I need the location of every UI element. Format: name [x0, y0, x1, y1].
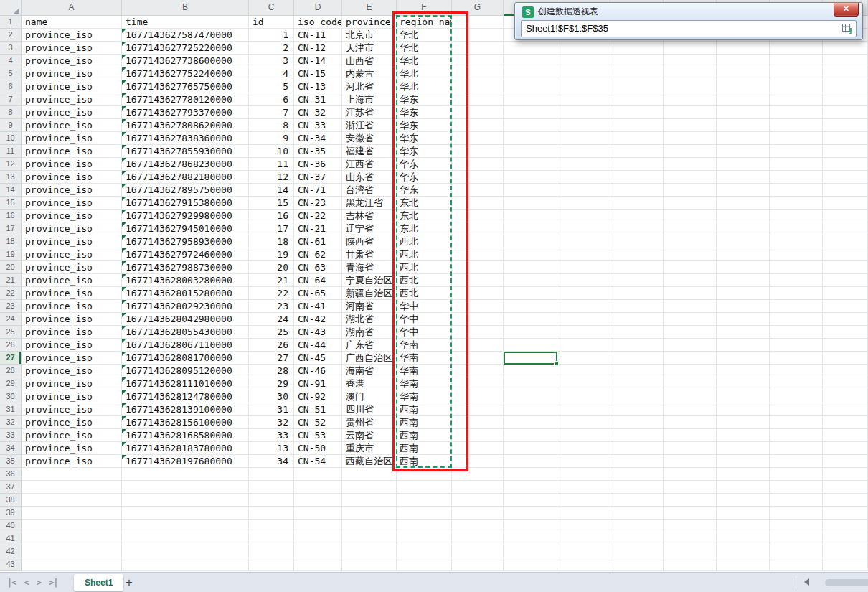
- empty-cell[interactable]: [452, 468, 504, 481]
- empty-cell[interactable]: [717, 261, 770, 274]
- cell[interactable]: 1677143628124780000: [122, 390, 249, 403]
- cell[interactable]: CN-14: [294, 55, 342, 67]
- empty-cell[interactable]: [504, 261, 557, 274]
- empty-cell[interactable]: [557, 326, 610, 339]
- empty-cell[interactable]: [823, 235, 868, 248]
- cell[interactable]: CN-35: [294, 145, 342, 158]
- column-header-F[interactable]: F: [397, 0, 452, 16]
- empty-cell[interactable]: [823, 507, 868, 520]
- empty-cell[interactable]: [610, 313, 664, 326]
- cell[interactable]: CN-41: [294, 300, 342, 313]
- empty-cell[interactable]: [717, 520, 770, 532]
- empty-cell[interactable]: [717, 93, 770, 106]
- empty-cell[interactable]: [294, 507, 342, 520]
- empty-cell[interactable]: [452, 520, 504, 532]
- cell[interactable]: 西南: [397, 455, 452, 468]
- empty-cell[interactable]: [557, 416, 610, 429]
- cell[interactable]: 1677143627868230000: [122, 158, 249, 171]
- empty-cell[interactable]: [717, 184, 770, 197]
- empty-cell[interactable]: [664, 365, 717, 377]
- empty-cell[interactable]: [664, 210, 717, 222]
- empty-cell[interactable]: [717, 390, 770, 403]
- empty-cell[interactable]: [504, 67, 557, 80]
- empty-cell[interactable]: [610, 365, 664, 377]
- empty-cell[interactable]: [823, 42, 868, 55]
- empty-cell[interactable]: [717, 42, 770, 55]
- empty-cell[interactable]: [770, 184, 823, 197]
- cell[interactable]: 华南: [397, 377, 452, 390]
- empty-cell[interactable]: [557, 80, 610, 93]
- cell[interactable]: CN-65: [294, 287, 342, 300]
- empty-cell[interactable]: [717, 222, 770, 235]
- active-cell-outline[interactable]: [504, 352, 557, 365]
- empty-cell[interactable]: [557, 532, 610, 545]
- empty-cell[interactable]: [664, 235, 717, 248]
- empty-cell[interactable]: [557, 313, 610, 326]
- cell[interactable]: 1677143628111010000: [122, 377, 249, 390]
- empty-cell[interactable]: [452, 455, 504, 468]
- cell[interactable]: 山东省: [342, 171, 397, 184]
- empty-cell[interactable]: [717, 235, 770, 248]
- empty-cell[interactable]: [717, 455, 770, 468]
- cell[interactable]: 山西省: [342, 55, 397, 67]
- empty-cell[interactable]: [770, 532, 823, 545]
- cell[interactable]: 1: [249, 29, 294, 42]
- empty-cell[interactable]: [249, 520, 294, 532]
- cell[interactable]: 青海省: [342, 261, 397, 274]
- empty-cell[interactable]: [504, 80, 557, 93]
- empty-cell[interactable]: [452, 365, 504, 377]
- empty-cell[interactable]: [664, 287, 717, 300]
- cell[interactable]: province_iso: [22, 442, 122, 455]
- cell[interactable]: 海南省: [342, 365, 397, 377]
- cell[interactable]: 华北: [397, 55, 452, 67]
- empty-cell[interactable]: [557, 171, 610, 184]
- cell[interactable]: 14: [249, 184, 294, 197]
- empty-cell[interactable]: [22, 494, 122, 507]
- cell[interactable]: 北京市: [342, 29, 397, 42]
- empty-cell[interactable]: [504, 313, 557, 326]
- empty-cell[interactable]: [717, 339, 770, 352]
- empty-cell[interactable]: [504, 416, 557, 429]
- empty-cell[interactable]: [610, 171, 664, 184]
- empty-cell[interactable]: [249, 507, 294, 520]
- empty-cell[interactable]: [504, 365, 557, 377]
- empty-cell[interactable]: [122, 532, 249, 545]
- column-header-G[interactable]: G: [452, 0, 504, 16]
- empty-cell[interactable]: [294, 520, 342, 532]
- dialog-titlebar[interactable]: S 创建数据透视表: [522, 6, 598, 18]
- empty-cell[interactable]: [452, 352, 504, 365]
- cell[interactable]: province_iso: [22, 365, 122, 377]
- cell[interactable]: 1677143627587470000: [122, 29, 249, 42]
- empty-cell[interactable]: [823, 313, 868, 326]
- cell[interactable]: 1677143627972460000: [122, 248, 249, 261]
- empty-cell[interactable]: [717, 416, 770, 429]
- cell[interactable]: id: [249, 16, 294, 29]
- empty-cell[interactable]: [452, 442, 504, 455]
- empty-cell[interactable]: [452, 184, 504, 197]
- empty-cell[interactable]: [717, 365, 770, 377]
- cell[interactable]: CN-22: [294, 210, 342, 222]
- empty-cell[interactable]: [770, 377, 823, 390]
- empty-cell[interactable]: [717, 507, 770, 520]
- empty-cell[interactable]: [504, 119, 557, 132]
- cell[interactable]: 19: [249, 248, 294, 261]
- cell[interactable]: CN-11: [294, 29, 342, 42]
- empty-cell[interactable]: [452, 390, 504, 403]
- cell[interactable]: CN-43: [294, 326, 342, 339]
- empty-cell[interactable]: [717, 171, 770, 184]
- empty-cell[interactable]: [397, 481, 452, 494]
- empty-cell[interactable]: [664, 222, 717, 235]
- empty-cell[interactable]: [717, 326, 770, 339]
- row-header-42[interactable]: 42: [0, 545, 22, 558]
- empty-cell[interactable]: [770, 352, 823, 365]
- cell[interactable]: province_iso: [22, 93, 122, 106]
- empty-cell[interactable]: [610, 235, 664, 248]
- empty-cell[interactable]: [504, 558, 557, 571]
- empty-cell[interactable]: [610, 507, 664, 520]
- empty-cell[interactable]: [610, 132, 664, 145]
- cell[interactable]: 东北: [397, 210, 452, 222]
- row-header-14[interactable]: 14: [0, 184, 22, 197]
- cell[interactable]: 4: [249, 67, 294, 80]
- empty-cell[interactable]: [823, 67, 868, 80]
- empty-cell[interactable]: [823, 261, 868, 274]
